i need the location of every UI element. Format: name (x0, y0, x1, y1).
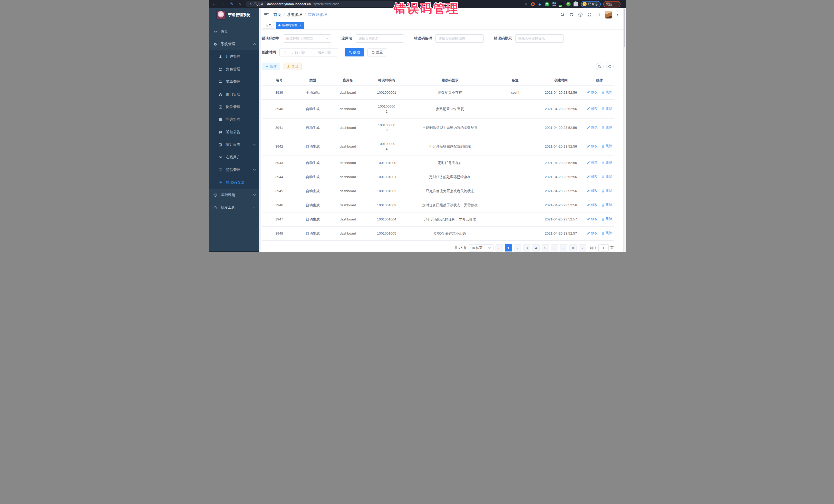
edit-link[interactable]: 修改 (587, 125, 598, 130)
search-icon[interactable] (560, 12, 565, 17)
reset-button[interactable]: 重置 (368, 48, 387, 57)
app-name-input[interactable] (356, 35, 404, 43)
sidebar-item-label: 错误码管理 (226, 180, 244, 185)
edit-link[interactable]: 修改 (587, 202, 598, 207)
pagination-page-4[interactable]: 4 (532, 244, 540, 251)
breadcrumb: 首页 / 系统管理 / 错误码管理 (273, 12, 327, 17)
docs-question-icon[interactable]: ? (578, 12, 583, 17)
delete-link[interactable]: 删除 (601, 217, 612, 221)
date-end-placeholder[interactable]: 结束日期 (314, 50, 335, 54)
edit-link[interactable]: 修改 (587, 188, 598, 193)
address-bar[interactable]: ⚠ 不安全 dashboard.yudao.iocoder.cn /system… (246, 1, 396, 7)
pagination-prev[interactable]: ‹ (496, 244, 503, 251)
user-avatar[interactable] (605, 11, 612, 19)
fullscreen-icon[interactable] (587, 12, 592, 17)
ext-orange-ring-icon[interactable] (531, 2, 535, 6)
sidebar-item-role[interactable]: 角色管理 (208, 63, 259, 75)
delete-link[interactable]: 删除 (601, 106, 612, 111)
sidebar-item-menu[interactable]: 菜单管理 (208, 75, 259, 88)
pagination-page-8[interactable]: 8 (569, 244, 577, 251)
delete-link[interactable]: 删除 (601, 160, 612, 165)
edit-link[interactable]: 修改 (587, 231, 598, 236)
sidebar-item-error-code[interactable]: 错误码管理 (208, 176, 259, 189)
font-size-icon[interactable]: TT (596, 12, 601, 17)
page-size-select[interactable]: 10条/页 (469, 244, 493, 251)
delete-link[interactable]: 删除 (601, 202, 612, 207)
error-code-input[interactable] (436, 35, 484, 43)
goto-page-input[interactable] (598, 244, 609, 251)
refresh-button[interactable] (606, 63, 614, 70)
sidebar-item-user[interactable]: 用户管理 (208, 50, 259, 63)
edit-link[interactable]: 修改 (587, 106, 598, 111)
browser-menu-dots-icon[interactable]: ⋮ (615, 2, 618, 6)
delete-link[interactable]: 删除 (601, 188, 612, 193)
date-range-picker[interactable]: 开始日期 - 结束日期 (280, 48, 338, 57)
sidebar-item-home[interactable]: 首页 (208, 25, 259, 38)
edit-link[interactable]: 修改 (587, 90, 598, 95)
date-start-placeholder[interactable]: 开始日期 (288, 50, 309, 54)
github-icon[interactable] (569, 12, 574, 17)
browser-update-button[interactable]: 更新 ⋮ (603, 1, 620, 7)
cell-app: dashboard (328, 198, 367, 212)
export-button[interactable]: 导出 (284, 63, 302, 70)
error-hint-label: 错误码提示 (494, 36, 512, 41)
window-scrollbar[interactable] (623, 8, 626, 252)
error-code-type-select[interactable]: 请选择错误码类型 (283, 35, 331, 43)
edit-link[interactable]: 修改 (587, 174, 598, 179)
error-hint-input[interactable] (515, 35, 564, 43)
audit-log-icon (218, 143, 223, 147)
delete-link[interactable]: 删除 (601, 144, 612, 149)
dropdown-caret-icon[interactable]: ▼ (616, 13, 619, 16)
sidebar-item-devtools[interactable]: 研发工具 (208, 201, 259, 214)
ext-puzzle-icon[interactable] (573, 2, 578, 6)
pagination-page-2[interactable]: 2 (514, 244, 521, 251)
pagination-page-1[interactable]: 1 (505, 244, 512, 251)
sidebar-item-dict[interactable]: 字典管理 (208, 113, 259, 126)
tag-error-code[interactable]: 错误码管理 × (276, 22, 304, 29)
delete-link[interactable]: 删除 (601, 90, 612, 95)
edit-link[interactable]: 修改 (587, 160, 598, 165)
back-icon[interactable]: ← (212, 2, 216, 6)
chevron-down-icon (253, 206, 256, 209)
pagination-next[interactable]: › (579, 244, 586, 251)
sidebar-item-infra[interactable]: 基础设施 (208, 189, 259, 201)
sidebar-item-audit[interactable]: 审计日志 (208, 138, 259, 151)
sidebar-item-notice[interactable]: 通知公告 (208, 126, 259, 138)
ext-blue-gem-icon[interactable]: ◆ (537, 2, 542, 6)
scrollbar-thumb[interactable] (624, 9, 626, 47)
add-button[interactable]: 新增 (262, 63, 280, 70)
delete-link[interactable]: 删除 (601, 231, 612, 236)
tag-home[interactable]: 首页 (263, 22, 274, 29)
sidebar-item-sms[interactable]: 短信管理 (208, 163, 259, 176)
delete-link[interactable]: 删除 (601, 125, 612, 130)
app-logo-row[interactable]: 芋道管理系统 (208, 8, 259, 22)
edit-link[interactable]: 修改 (587, 217, 598, 221)
ext-grid-icon[interactable] (552, 2, 556, 6)
ext-green-v-icon[interactable]: V (545, 2, 549, 6)
sidebar-item-system[interactable]: 系统管理 (208, 38, 259, 50)
cell-app: dashboard (328, 226, 367, 240)
ext-dark-on-icon[interactable]: on (559, 2, 564, 6)
sidebar-item-dept[interactable]: 部门管理 (208, 88, 259, 101)
breadcrumb-home[interactable]: 首页 (273, 12, 281, 17)
sidebar-item-online[interactable]: 在线用户 (208, 151, 259, 163)
forward-icon[interactable]: → (221, 2, 225, 6)
pagination-page-5[interactable]: 5 (542, 244, 549, 251)
hamburger-icon[interactable] (264, 13, 269, 16)
edit-link[interactable]: 修改 (587, 144, 598, 149)
pagination-page-3[interactable]: 3 (523, 244, 530, 251)
ext-green-leaf-icon[interactable] (566, 2, 571, 6)
sidebar-scrollbar[interactable] (259, 8, 261, 252)
search-button[interactable]: 搜索 (345, 48, 364, 57)
reload-icon[interactable]: ↻ (230, 2, 234, 6)
toggle-search-button[interactable] (596, 63, 603, 70)
pagination-more[interactable]: ••• (560, 244, 567, 251)
bookmark-star-icon[interactable]: ☆ (524, 2, 528, 6)
close-tag-icon[interactable]: × (300, 24, 302, 27)
home-icon[interactable]: ⌂ (238, 2, 241, 6)
breadcrumb-system[interactable]: 系统管理 (287, 12, 302, 17)
browser-profile-chip[interactable]: ☺ 已暂停 (581, 1, 601, 7)
sidebar-item-post[interactable]: 岗位管理 (208, 101, 259, 113)
pagination-page-6[interactable]: 6 (551, 244, 558, 251)
delete-link[interactable]: 删除 (601, 174, 612, 179)
